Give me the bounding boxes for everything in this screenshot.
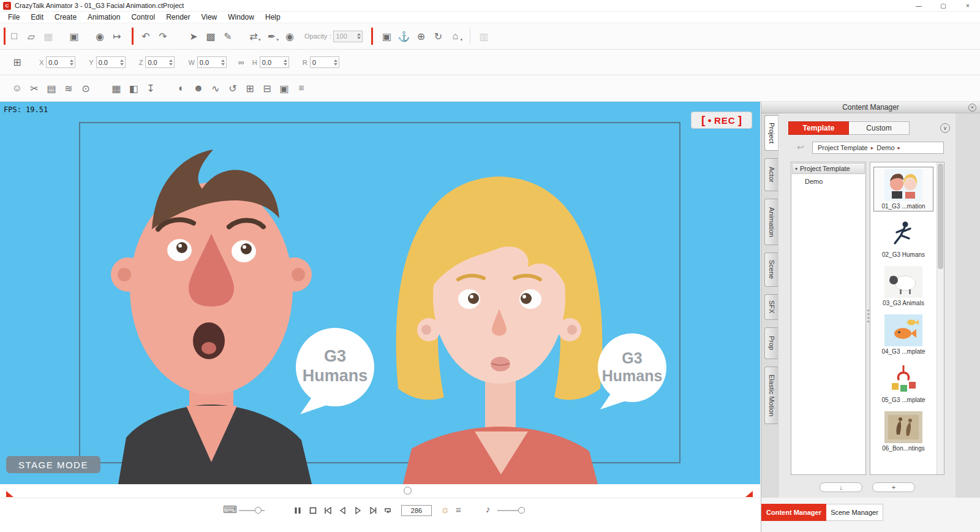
menu-view[interactable]: View bbox=[195, 13, 222, 21]
menu-help[interactable]: Help bbox=[260, 13, 286, 21]
collapse-panel-icon[interactable]: ∨ bbox=[940, 123, 950, 133]
tab-prop[interactable]: Prop bbox=[764, 327, 778, 359]
select-tool-icon[interactable]: ➤ bbox=[185, 28, 202, 45]
layer-list-icon[interactable]: ≡ bbox=[293, 80, 310, 97]
audio-volume-icon[interactable]: ♪ bbox=[486, 504, 491, 514]
list-item-06[interactable]: 06_Bon...ntings bbox=[874, 409, 933, 453]
range-end-marker[interactable] bbox=[745, 491, 753, 497]
new-project-icon[interactable]: □ bbox=[6, 28, 23, 45]
menu-animation[interactable]: Animation bbox=[82, 13, 126, 21]
keyboard-icon[interactable]: ⌨ bbox=[223, 504, 237, 515]
close-panel-icon[interactable]: × bbox=[968, 104, 976, 112]
menu-control[interactable]: Control bbox=[126, 13, 160, 21]
open-project-icon[interactable]: ▱ bbox=[23, 28, 40, 45]
motion-tool-icon[interactable]: ≋ bbox=[60, 80, 77, 97]
scrollbar-knob[interactable] bbox=[404, 487, 412, 495]
actor-mode-icon[interactable]: ☺ bbox=[9, 80, 26, 97]
w-spinner[interactable] bbox=[221, 59, 225, 66]
back-arrow-icon[interactable]: ↩ bbox=[797, 142, 804, 152]
remove-key-icon[interactable]: ⊟ bbox=[258, 80, 276, 97]
previous-frame-button[interactable] bbox=[337, 504, 349, 517]
list-scrollbar[interactable] bbox=[937, 162, 944, 474]
tab-template[interactable]: Template bbox=[788, 121, 849, 135]
tab-sfx[interactable]: SFX bbox=[764, 294, 778, 320]
tab-scene-manager[interactable]: Scene Manager bbox=[826, 504, 883, 521]
menu-create[interactable]: Create bbox=[49, 13, 82, 21]
breadcrumb-current[interactable]: Demo bbox=[876, 144, 894, 151]
pause-button[interactable] bbox=[292, 504, 304, 517]
minimize-button[interactable]: — bbox=[907, 0, 931, 11]
volume-slider[interactable] bbox=[497, 510, 524, 511]
range-start-marker[interactable] bbox=[6, 491, 13, 497]
dropdown-arrow-icon[interactable]: ▾ bbox=[258, 37, 261, 42]
mask-tool-icon[interactable]: ◧ bbox=[125, 80, 142, 97]
rotate-tool-icon[interactable]: ↻ bbox=[429, 28, 447, 45]
grid-snap-icon[interactable]: ⊞ bbox=[241, 80, 258, 97]
y-spinner[interactable] bbox=[120, 59, 124, 66]
tab-content-manager[interactable]: Content Manager bbox=[761, 504, 826, 521]
list-item-02[interactable]: 02_G3 Humans bbox=[874, 216, 933, 259]
cut-tool-icon[interactable]: ✂ bbox=[26, 80, 43, 97]
w-input[interactable] bbox=[198, 58, 219, 67]
menu-file[interactable]: File bbox=[2, 13, 25, 21]
download-button[interactable]: ↓ bbox=[820, 482, 862, 492]
panel-splitter-handle[interactable] bbox=[867, 310, 869, 325]
first-frame-button[interactable] bbox=[322, 504, 334, 517]
stage-canvas[interactable]: G3 Humans G3 Humans bbox=[0, 102, 760, 484]
list-item-01[interactable]: 01_G3 ...mation bbox=[874, 167, 933, 211]
tab-actor[interactable]: Actor bbox=[764, 158, 778, 191]
pan-tool-icon[interactable]: ⊕ bbox=[412, 28, 429, 45]
loop-button[interactable] bbox=[382, 504, 394, 517]
query-tool-icon[interactable]: ⊙ bbox=[77, 80, 94, 97]
link-dimensions-icon[interactable]: ∞ bbox=[233, 54, 250, 71]
tree-node-project-template[interactable]: ▾ Project Template bbox=[792, 163, 865, 174]
r-spinner[interactable] bbox=[334, 59, 337, 66]
timeline-list-icon[interactable]: ≡ bbox=[456, 504, 461, 515]
stage-scrollbar[interactable] bbox=[0, 484, 760, 498]
show-hide-icon[interactable]: ◉ bbox=[281, 28, 298, 45]
expand-arrow-icon[interactable]: ▾ bbox=[795, 166, 797, 172]
spring-tool-icon[interactable]: ∿ bbox=[207, 80, 224, 97]
transform-tool-icon[interactable]: ▩ bbox=[202, 28, 219, 45]
scrollbar-thumb[interactable] bbox=[938, 164, 943, 269]
render-preview-icon[interactable]: ◉ bbox=[91, 28, 108, 45]
close-button[interactable]: × bbox=[956, 0, 980, 11]
tree-node-demo[interactable]: Demo bbox=[805, 178, 865, 185]
current-frame-input[interactable] bbox=[401, 505, 432, 516]
menu-edit[interactable]: Edit bbox=[25, 13, 49, 21]
paint-tool-icon[interactable]: ✎ bbox=[219, 28, 236, 45]
preview-quality-slider[interactable] bbox=[239, 510, 265, 511]
list-item-05[interactable]: 05_G3 ...mplate bbox=[874, 361, 933, 405]
r-input[interactable] bbox=[311, 58, 331, 67]
import-tool-icon[interactable]: ↧ bbox=[142, 80, 159, 97]
x-input[interactable] bbox=[47, 58, 67, 67]
x-spinner[interactable] bbox=[70, 59, 74, 66]
camera-tool-icon[interactable]: ▣ bbox=[378, 28, 395, 45]
face-puppet-icon[interactable]: ◐ bbox=[173, 80, 190, 97]
export-icon[interactable]: ↦ bbox=[108, 28, 126, 45]
menu-render[interactable]: Render bbox=[160, 13, 195, 21]
tab-custom[interactable]: Custom bbox=[849, 121, 910, 135]
play-button[interactable] bbox=[352, 504, 364, 517]
slider-knob[interactable] bbox=[255, 507, 262, 514]
menu-window[interactable]: Window bbox=[222, 13, 260, 21]
anchor-tool-icon[interactable]: ⚓ bbox=[395, 28, 412, 45]
loop-tool-icon[interactable]: ↺ bbox=[224, 80, 241, 97]
y-input[interactable] bbox=[97, 58, 118, 67]
tab-elastic-motion[interactable]: Elastic Motion bbox=[764, 367, 778, 424]
redo-icon[interactable]: ↷ bbox=[154, 28, 172, 45]
breadcrumb[interactable]: Project Template ▸ Demo ▸ bbox=[812, 142, 944, 154]
stop-button[interactable] bbox=[307, 504, 319, 517]
collect-clip-icon[interactable]: ▣ bbox=[276, 80, 293, 97]
storyboard-tool-icon[interactable]: ▦ bbox=[108, 80, 125, 97]
tab-animation[interactable]: Animation bbox=[764, 199, 778, 245]
dropdown-arrow-icon[interactable]: ▾ bbox=[277, 37, 279, 42]
stage-viewport[interactable]: G3 Humans G3 Humans FPS: 19.51 [ ● REC ]… bbox=[0, 102, 760, 484]
dropdown-arrow-icon[interactable]: ▾ bbox=[460, 37, 462, 42]
z-spinner[interactable] bbox=[169, 59, 173, 66]
smart-gallery-icon[interactable]: ▣ bbox=[66, 28, 83, 45]
h-spinner[interactable] bbox=[284, 59, 287, 66]
layout-grid-icon[interactable]: ⊞ bbox=[9, 54, 26, 71]
next-frame-button[interactable] bbox=[367, 504, 379, 517]
slider-knob[interactable] bbox=[518, 507, 525, 514]
